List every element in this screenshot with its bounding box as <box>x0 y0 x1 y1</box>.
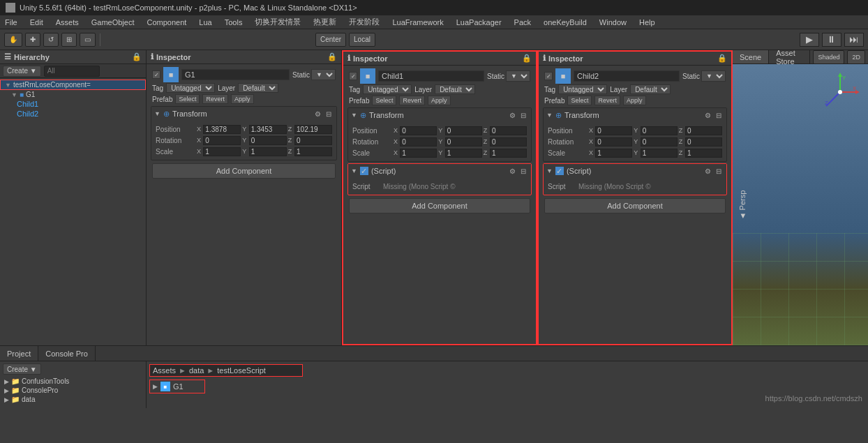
g1-add-component-btn[interactable]: Add Component <box>152 163 336 179</box>
menu-file[interactable]: File <box>3 18 20 27</box>
child2-script-gear-icon[interactable]: ⚙ <box>703 166 712 176</box>
menu-help[interactable]: Help <box>637 18 657 27</box>
local-btn[interactable]: Local <box>349 33 375 47</box>
menu-pack[interactable]: Pack <box>512 18 533 27</box>
pause-button[interactable]: ⏸ <box>822 33 841 47</box>
menu-edit[interactable]: Edit <box>28 18 45 27</box>
g1-revert-btn[interactable]: Revert <box>202 94 228 104</box>
play-button[interactable]: ▶ <box>800 33 819 47</box>
child1-script-header[interactable]: ▼ ✓ (Script) ⚙ ⊟ <box>348 164 531 178</box>
g1-apply-btn[interactable]: Apply <box>231 94 254 104</box>
child2-add-component-btn[interactable]: Add Component <box>544 198 726 213</box>
rotate-tool-btn[interactable]: ↺ <box>43 33 59 47</box>
child1-apply-btn[interactable]: Apply <box>428 96 451 105</box>
child2-static-dropdown[interactable]: ▼ <box>701 70 726 82</box>
menu-one-key-build[interactable]: oneKeyBuild <box>541 18 589 27</box>
g1-select-btn[interactable]: Select <box>175 94 200 104</box>
hierarchy-child2-item[interactable]: Child2 <box>0 109 146 119</box>
child1-add-component-btn[interactable]: Add Component <box>349 198 530 213</box>
hand-tool-btn[interactable]: ✋ <box>4 33 22 47</box>
scene-tab[interactable]: Scene <box>733 50 769 63</box>
menu-assets[interactable]: Assets <box>54 18 81 27</box>
child1-script-checkbox[interactable]: ✓ <box>360 167 368 175</box>
asset-g1-item[interactable]: ▶ ■ G1 <box>149 380 205 393</box>
child1-transform-gear-icon[interactable]: ⚙ <box>507 110 517 120</box>
child1-rot-x-input[interactable] <box>400 137 437 147</box>
g1-active-checkbox[interactable]: ✓ <box>152 70 160 79</box>
rect-tool-btn[interactable]: ▭ <box>80 33 96 47</box>
g1-name-input[interactable] <box>181 69 290 80</box>
menu-gameobject[interactable]: GameObject <box>89 18 137 27</box>
child2-scale-y-input[interactable] <box>641 149 678 158</box>
child1-pos-x-input[interactable] <box>400 126 437 135</box>
g1-scale-x-input[interactable] <box>203 147 241 156</box>
child2-script-header[interactable]: ▼ ✓ (Script) ⚙ ⊟ <box>544 164 726 178</box>
child2-script-dots-icon[interactable]: ⊟ <box>714 166 724 176</box>
menu-lua[interactable]: Lua <box>197 18 214 27</box>
g1-tag-select[interactable]: Untagged <box>166 83 215 93</box>
child2-pos-z-input[interactable] <box>685 126 722 135</box>
g1-transform-gear-icon[interactable]: ⚙ <box>313 109 322 119</box>
g1-rot-x-input[interactable] <box>203 136 241 145</box>
hierarchy-search-input[interactable] <box>44 66 100 77</box>
child2-revert-btn[interactable]: Revert <box>594 96 620 105</box>
child2-tag-select[interactable]: Untagged <box>558 84 607 94</box>
child2-transform-dots-icon[interactable]: ⊟ <box>714 110 724 120</box>
g1-pos-x-input[interactable] <box>203 125 241 134</box>
asset-store-tab[interactable]: Asset Store <box>769 50 810 63</box>
menu-lua-packager[interactable]: LuaPackager <box>454 18 504 27</box>
g1-pos-y-input[interactable] <box>249 125 287 134</box>
folder-data[interactable]: ▶ 📁 data <box>3 395 143 404</box>
child1-pos-y-input[interactable] <box>445 126 482 135</box>
child2-pos-y-input[interactable] <box>641 126 678 135</box>
child1-layer-select[interactable]: Default <box>435 84 475 94</box>
scale-tool-btn[interactable]: ⊞ <box>61 33 77 47</box>
g1-layer-select[interactable]: Default <box>238 83 278 93</box>
2d-toggle[interactable]: 2D <box>847 50 865 64</box>
child2-rot-z-input[interactable] <box>685 137 722 147</box>
menu-lua-framework[interactable]: LuaFramework <box>390 18 445 27</box>
child2-rot-y-input[interactable] <box>641 137 678 147</box>
g1-static-dropdown[interactable]: ▼ <box>311 69 336 80</box>
hierarchy-create-btn[interactable]: Create ▼ <box>3 66 41 77</box>
scene-viewport[interactable]: Y X Z ◄ Persp <box>733 64 868 345</box>
child2-active-checkbox[interactable]: ✓ <box>544 72 553 80</box>
hierarchy-child1-item[interactable]: Child1 <box>0 99 146 109</box>
lock-icon[interactable]: 🔒 <box>132 52 142 61</box>
project-tab[interactable]: Project <box>0 346 38 361</box>
menu-switch-dev[interactable]: 切换开发情景 <box>253 17 303 27</box>
project-create-btn[interactable]: Create ▼ <box>3 363 41 375</box>
menu-component[interactable]: Component <box>144 18 188 27</box>
child1-scale-x-input[interactable] <box>400 149 437 158</box>
shading-dropdown[interactable]: Shaded <box>813 50 844 64</box>
child2-script-checkbox[interactable]: ✓ <box>555 167 564 175</box>
child1-select-btn[interactable]: Select <box>372 96 396 105</box>
g1-rot-y-input[interactable] <box>249 136 287 145</box>
inspector-child1-lock-icon[interactable]: 🔒 <box>522 54 532 63</box>
child2-scale-z-input[interactable] <box>685 149 722 158</box>
child1-static-dropdown[interactable]: ▼ <box>506 70 530 82</box>
child1-rot-z-input[interactable] <box>490 137 527 147</box>
g1-transform-header[interactable]: ▼ ⊕ Transform ⚙ ⊟ <box>151 107 336 121</box>
child2-rot-x-input[interactable] <box>595 137 632 147</box>
child1-scale-y-input[interactable] <box>445 149 482 158</box>
g1-pos-z-input[interactable] <box>294 125 332 134</box>
child2-select-btn[interactable]: Select <box>567 96 592 105</box>
step-button[interactable]: ⏭ <box>844 33 864 47</box>
child1-transform-dots-icon[interactable]: ⊟ <box>518 110 528 120</box>
menu-tools[interactable]: Tools <box>223 18 245 27</box>
child1-rot-y-input[interactable] <box>445 137 482 147</box>
child1-tag-select[interactable]: Untagged <box>363 84 412 94</box>
inspector-child2-lock-icon[interactable]: 🔒 <box>717 54 727 63</box>
child1-pos-z-input[interactable] <box>490 126 527 135</box>
child1-transform-header[interactable]: ▼ ⊕ Transform ⚙ ⊟ <box>348 108 531 122</box>
child2-name-input[interactable] <box>574 70 680 82</box>
menu-window[interactable]: Window <box>597 18 629 27</box>
menu-hot-update[interactable]: 热更新 <box>311 17 338 27</box>
child1-script-dots-icon[interactable]: ⊟ <box>518 166 528 176</box>
hierarchy-g1-item[interactable]: ▼ ■ G1 <box>0 90 146 99</box>
hierarchy-root-item[interactable]: ▼ testRmLoseComponent= <box>0 80 146 90</box>
console-pro-tab[interactable]: Console Pro <box>38 346 96 361</box>
child1-active-checkbox[interactable]: ✓ <box>349 72 357 80</box>
g1-transform-dots-icon[interactable]: ⊟ <box>324 109 334 119</box>
